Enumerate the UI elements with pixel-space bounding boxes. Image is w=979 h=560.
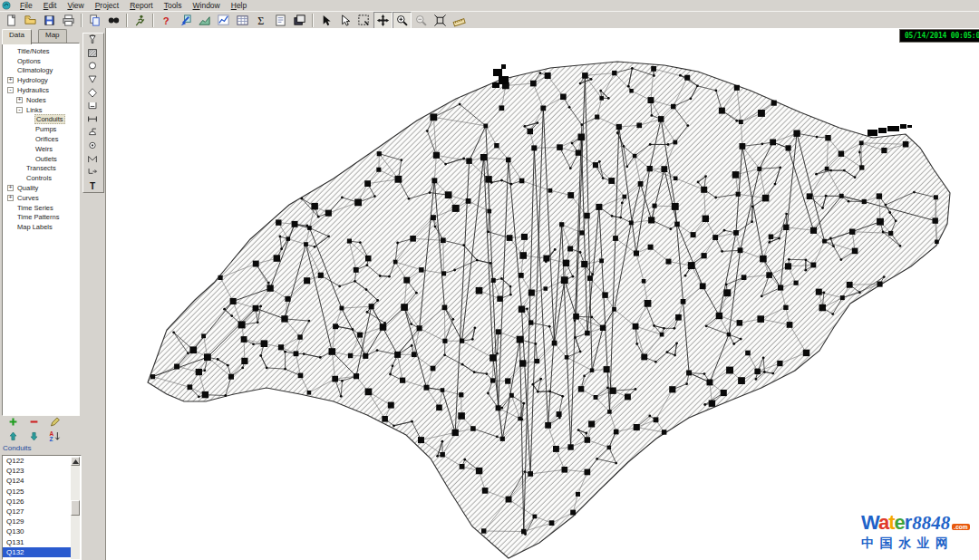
tab-map[interactable]: Map xyxy=(38,29,67,43)
list-item-q122[interactable]: Q122 xyxy=(3,456,72,466)
tree-item-label: Pumps xyxy=(34,125,57,133)
open-folder-icon xyxy=(24,14,37,27)
sort-object-button[interactable]: AZ xyxy=(47,430,62,442)
tree-item-outlets[interactable]: Outlets xyxy=(3,154,79,164)
network-map[interactable] xyxy=(106,28,979,560)
statistics-button[interactable]: Σ xyxy=(252,12,271,29)
expand-icon[interactable]: + xyxy=(7,195,14,201)
list-scrollbar[interactable] xyxy=(71,457,80,560)
select-region-button[interactable] xyxy=(354,12,373,29)
menu-window[interactable]: Window xyxy=(188,1,226,10)
list-item-q125[interactable]: Q125 xyxy=(3,487,72,497)
list-item-q129[interactable]: Q129 xyxy=(3,517,72,526)
menu-view[interactable]: View xyxy=(62,1,89,10)
zoom-in-button[interactable] xyxy=(393,12,412,29)
find-button[interactable] xyxy=(104,12,123,29)
tree-item-map-labels[interactable]: Map Labels xyxy=(3,222,79,232)
new-file-button[interactable] xyxy=(2,12,21,29)
add-subcatchment-button[interactable] xyxy=(83,47,102,61)
tree-item-curves[interactable]: +Curves xyxy=(3,193,79,203)
add-conduit-button[interactable] xyxy=(83,113,102,127)
run-button[interactable] xyxy=(131,12,150,29)
expand-icon[interactable]: + xyxy=(16,97,23,103)
copy-button[interactable] xyxy=(85,12,104,29)
tab-data[interactable]: Data xyxy=(2,29,32,44)
expand-icon[interactable]: + xyxy=(7,77,14,83)
add-object-button[interactable] xyxy=(5,416,20,428)
list-item-q131[interactable]: Q131 xyxy=(3,537,72,547)
menu-edit[interactable]: Edit xyxy=(38,1,63,10)
list-item-q124[interactable]: Q124 xyxy=(3,476,72,486)
scrollbar-thumb[interactable] xyxy=(71,500,80,516)
conduits-listbox[interactable]: Q122Q123Q124Q125Q126Q127Q129Q130Q131Q132… xyxy=(2,455,82,560)
expand-icon[interactable]: + xyxy=(7,185,14,191)
add-weir-button[interactable] xyxy=(83,152,102,166)
windows-button[interactable] xyxy=(290,12,309,29)
tree-item-conduits[interactable]: Conduits xyxy=(3,115,79,125)
profile-button[interactable] xyxy=(195,12,214,29)
delete-object-button[interactable] xyxy=(26,416,41,428)
collapse-icon[interactable]: - xyxy=(7,87,14,93)
menu-tools[interactable]: Tools xyxy=(159,1,188,10)
list-item-q132[interactable]: Q132 xyxy=(3,547,72,557)
tree-item-pumps[interactable]: Pumps xyxy=(3,124,79,134)
add-label-button[interactable]: T xyxy=(83,179,102,193)
scroll-up-button[interactable] xyxy=(71,457,80,466)
list-item-q130[interactable]: Q130 xyxy=(3,526,72,536)
tree-item-time-series[interactable]: Time Series xyxy=(3,203,79,213)
list-toolbar-row1 xyxy=(5,416,62,428)
save-button[interactable] xyxy=(40,12,59,29)
tree-item-nodes[interactable]: +Nodes xyxy=(3,95,79,105)
add-rain-gage-button[interactable] xyxy=(83,34,102,47)
select-vertex-button[interactable] xyxy=(335,12,354,29)
pan-button[interactable] xyxy=(373,12,393,29)
table-button[interactable] xyxy=(233,12,252,29)
tree-item-orifices[interactable]: Orifices xyxy=(3,134,79,144)
print-button[interactable] xyxy=(59,12,78,29)
overview-button[interactable] xyxy=(176,12,195,29)
collapse-icon[interactable]: - xyxy=(16,107,23,113)
tree-item-quality[interactable]: +Quality xyxy=(3,183,79,193)
open-folder-button[interactable] xyxy=(21,12,40,29)
menu-help[interactable]: Help xyxy=(226,1,252,10)
tree-item-weirs[interactable]: Weirs xyxy=(3,144,79,154)
move-down-object-button[interactable] xyxy=(26,430,41,442)
edit-object-button[interactable] xyxy=(47,416,62,428)
zoom-out-button[interactable] xyxy=(412,12,431,29)
properties-button[interactable] xyxy=(271,12,290,29)
list-item-q126[interactable]: Q126 xyxy=(3,497,72,507)
measure-button[interactable] xyxy=(450,12,469,29)
add-divider-button[interactable] xyxy=(83,86,102,100)
table-icon xyxy=(236,14,249,27)
tree-item-hydraulics[interactable]: -Hydraulics xyxy=(3,85,79,95)
graph-button[interactable] xyxy=(214,12,233,29)
tree-item-time-patterns[interactable]: Time Patterns xyxy=(3,213,79,223)
tree-item-links[interactable]: -Links xyxy=(3,105,79,115)
tree-item-transects[interactable]: Transects xyxy=(3,164,79,174)
object-list-label: Conduits xyxy=(3,444,32,452)
tree-item-hydrology[interactable]: +Hydrology xyxy=(3,75,79,85)
menu-file[interactable]: File xyxy=(15,1,38,10)
add-pump-button[interactable] xyxy=(83,126,102,140)
menu-report[interactable]: Report xyxy=(124,1,159,10)
tree-indent xyxy=(25,156,32,162)
sort-icon: AZ xyxy=(49,430,61,442)
tree-item-title-notes[interactable]: Title/Notes xyxy=(3,46,79,56)
select-object-button[interactable] xyxy=(316,12,335,29)
menu-project[interactable]: Project xyxy=(90,1,124,10)
query-button[interactable]: ? xyxy=(157,12,176,29)
full-extent-button[interactable] xyxy=(431,12,450,29)
add-junction-button[interactable] xyxy=(83,60,102,73)
tree-item-options[interactable]: Options xyxy=(3,56,79,66)
add-storage-unit-button[interactable] xyxy=(83,100,102,113)
map-area[interactable]: 05/14/2014 00:05:00 Water8848.com 中国水业网 xyxy=(106,28,979,560)
add-outfall-button[interactable] xyxy=(83,73,102,87)
list-item-q127[interactable]: Q127 xyxy=(3,507,72,517)
tree-item-controls[interactable]: Controls xyxy=(3,173,79,183)
add-outlet-button[interactable] xyxy=(83,166,102,179)
add-orifice-button[interactable] xyxy=(83,140,102,153)
tree-item-climatology[interactable]: Climatology xyxy=(3,66,79,76)
move-up-object-button[interactable] xyxy=(5,430,20,442)
list-item-q123[interactable]: Q123 xyxy=(3,466,72,476)
menu-bar: FileEditViewProjectReportToolsWindowHelp xyxy=(0,0,979,11)
